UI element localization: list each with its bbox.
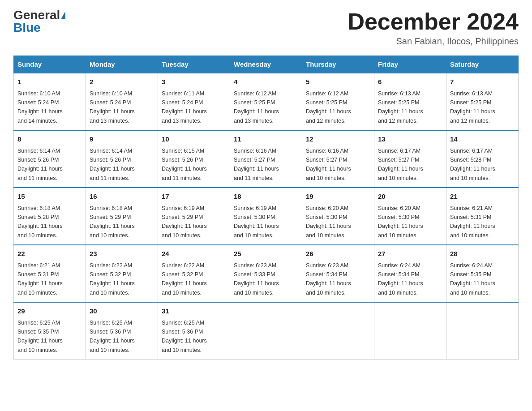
day-info: Sunrise: 6:10 AMSunset: 5:24 PMDaylight:… (17, 90, 63, 124)
day-info: Sunrise: 6:14 AMSunset: 5:26 PMDaylight:… (17, 148, 63, 181)
location-text: San Fabian, Ilocos, Philippines (348, 36, 519, 47)
calendar-cell: 3Sunrise: 6:11 AMSunset: 5:24 PMDaylight… (158, 73, 230, 130)
day-info: Sunrise: 6:20 AMSunset: 5:30 PMDaylight:… (378, 205, 423, 239)
day-number: 6 (378, 77, 442, 87)
calendar-week-row: 29Sunrise: 6:25 AMSunset: 5:35 PMDayligh… (14, 302, 519, 360)
day-info: Sunrise: 6:18 AMSunset: 5:28 PMDaylight:… (17, 205, 63, 239)
day-number: 3 (162, 77, 226, 87)
day-number: 9 (90, 134, 154, 145)
day-info: Sunrise: 6:17 AMSunset: 5:27 PMDaylight:… (378, 148, 423, 181)
day-number: 17 (162, 192, 226, 202)
day-info: Sunrise: 6:12 AMSunset: 5:25 PMDaylight:… (234, 90, 279, 124)
day-number: 22 (17, 249, 82, 259)
day-number: 30 (90, 306, 154, 317)
calendar-cell: 4Sunrise: 6:12 AMSunset: 5:25 PMDaylight… (230, 73, 302, 130)
day-info: Sunrise: 6:14 AMSunset: 5:26 PMDaylight:… (90, 148, 135, 181)
calendar-cell: 15Sunrise: 6:18 AMSunset: 5:28 PMDayligh… (14, 188, 86, 245)
calendar-cell: 11Sunrise: 6:16 AMSunset: 5:27 PMDayligh… (230, 130, 302, 188)
day-info: Sunrise: 6:13 AMSunset: 5:25 PMDaylight:… (450, 90, 495, 124)
col-header-monday: Monday (86, 56, 158, 73)
day-info: Sunrise: 6:25 AMSunset: 5:36 PMDaylight:… (90, 320, 135, 353)
calendar-cell: 30Sunrise: 6:25 AMSunset: 5:36 PMDayligh… (86, 302, 158, 360)
calendar-cell: 1Sunrise: 6:10 AMSunset: 5:24 PMDaylight… (14, 73, 86, 130)
logo-triangle-icon (61, 11, 65, 19)
day-number: 18 (234, 192, 298, 202)
logo-blue-text: Blue (13, 21, 41, 34)
day-number: 10 (162, 134, 226, 145)
logo: General Blue (13, 9, 65, 34)
calendar-cell: 20Sunrise: 6:20 AMSunset: 5:30 PMDayligh… (374, 188, 446, 245)
day-number: 8 (17, 134, 82, 145)
day-number: 19 (306, 192, 370, 202)
col-header-saturday: Saturday (446, 56, 519, 73)
day-number: 2 (90, 77, 154, 87)
calendar-cell: 10Sunrise: 6:15 AMSunset: 5:26 PMDayligh… (158, 130, 230, 188)
day-info: Sunrise: 6:20 AMSunset: 5:30 PMDaylight:… (306, 205, 351, 239)
col-header-friday: Friday (374, 56, 446, 73)
day-number: 16 (90, 192, 154, 202)
calendar-cell: 28Sunrise: 6:24 AMSunset: 5:35 PMDayligh… (446, 245, 519, 302)
day-info: Sunrise: 6:19 AMSunset: 5:29 PMDaylight:… (162, 205, 207, 239)
day-number: 11 (234, 134, 298, 145)
day-number: 1 (17, 77, 82, 87)
calendar-cell: 21Sunrise: 6:21 AMSunset: 5:31 PMDayligh… (446, 188, 519, 245)
day-number: 26 (306, 249, 370, 259)
day-number: 5 (306, 77, 370, 87)
col-header-thursday: Thursday (302, 56, 374, 73)
day-info: Sunrise: 6:24 AMSunset: 5:34 PMDaylight:… (378, 262, 423, 296)
day-info: Sunrise: 6:22 AMSunset: 5:32 PMDaylight:… (90, 262, 135, 296)
calendar-cell: 16Sunrise: 6:18 AMSunset: 5:29 PMDayligh… (86, 188, 158, 245)
calendar-cell: 31Sunrise: 6:25 AMSunset: 5:36 PMDayligh… (158, 302, 230, 360)
day-number: 28 (450, 249, 515, 259)
calendar-header-row: SundayMondayTuesdayWednesdayThursdayFrid… (14, 56, 519, 73)
day-info: Sunrise: 6:12 AMSunset: 5:25 PMDaylight:… (306, 90, 351, 124)
day-number: 14 (450, 134, 515, 145)
day-number: 27 (378, 249, 442, 259)
calendar-cell: 18Sunrise: 6:19 AMSunset: 5:30 PMDayligh… (230, 188, 302, 245)
page-header: General Blue December 2024 San Fabian, I… (13, 9, 519, 47)
calendar-cell: 29Sunrise: 6:25 AMSunset: 5:35 PMDayligh… (14, 302, 86, 360)
calendar-cell: 9Sunrise: 6:14 AMSunset: 5:26 PMDaylight… (86, 130, 158, 188)
calendar-cell: 7Sunrise: 6:13 AMSunset: 5:25 PMDaylight… (446, 73, 519, 130)
calendar-cell: 26Sunrise: 6:23 AMSunset: 5:34 PMDayligh… (302, 245, 374, 302)
day-info: Sunrise: 6:18 AMSunset: 5:29 PMDaylight:… (90, 205, 135, 239)
calendar-cell (446, 302, 519, 360)
calendar-table: SundayMondayTuesdayWednesdayThursdayFrid… (13, 56, 519, 360)
col-header-sunday: Sunday (14, 56, 86, 73)
calendar-cell: 6Sunrise: 6:13 AMSunset: 5:25 PMDaylight… (374, 73, 446, 130)
calendar-week-row: 8Sunrise: 6:14 AMSunset: 5:26 PMDaylight… (14, 130, 519, 188)
day-info: Sunrise: 6:16 AMSunset: 5:27 PMDaylight:… (306, 148, 351, 181)
calendar-cell (374, 302, 446, 360)
calendar-cell: 19Sunrise: 6:20 AMSunset: 5:30 PMDayligh… (302, 188, 374, 245)
day-number: 12 (306, 134, 370, 145)
col-header-tuesday: Tuesday (158, 56, 230, 73)
day-number: 25 (234, 249, 298, 259)
day-number: 4 (234, 77, 298, 87)
day-number: 21 (450, 192, 515, 202)
logo-general-text: General (13, 9, 60, 21)
day-number: 20 (378, 192, 442, 202)
calendar-cell: 2Sunrise: 6:10 AMSunset: 5:24 PMDaylight… (86, 73, 158, 130)
calendar-week-row: 1Sunrise: 6:10 AMSunset: 5:24 PMDaylight… (14, 73, 519, 130)
calendar-cell: 14Sunrise: 6:17 AMSunset: 5:28 PMDayligh… (446, 130, 519, 188)
day-info: Sunrise: 6:25 AMSunset: 5:35 PMDaylight:… (17, 320, 63, 353)
day-number: 24 (162, 249, 226, 259)
day-info: Sunrise: 6:11 AMSunset: 5:24 PMDaylight:… (162, 90, 207, 124)
day-info: Sunrise: 6:23 AMSunset: 5:34 PMDaylight:… (306, 262, 351, 296)
calendar-cell: 23Sunrise: 6:22 AMSunset: 5:32 PMDayligh… (86, 245, 158, 302)
calendar-cell (230, 302, 302, 360)
col-header-wednesday: Wednesday (230, 56, 302, 73)
calendar-cell (302, 302, 374, 360)
day-number: 23 (90, 249, 154, 259)
month-title: December 2024 (348, 9, 519, 34)
day-info: Sunrise: 6:10 AMSunset: 5:24 PMDaylight:… (90, 90, 135, 124)
day-info: Sunrise: 6:23 AMSunset: 5:33 PMDaylight:… (234, 262, 279, 296)
day-number: 15 (17, 192, 82, 202)
calendar-cell: 24Sunrise: 6:22 AMSunset: 5:32 PMDayligh… (158, 245, 230, 302)
calendar-cell: 22Sunrise: 6:21 AMSunset: 5:31 PMDayligh… (14, 245, 86, 302)
calendar-week-row: 15Sunrise: 6:18 AMSunset: 5:28 PMDayligh… (14, 188, 519, 245)
calendar-cell: 25Sunrise: 6:23 AMSunset: 5:33 PMDayligh… (230, 245, 302, 302)
day-info: Sunrise: 6:16 AMSunset: 5:27 PMDaylight:… (234, 148, 279, 181)
calendar-week-row: 22Sunrise: 6:21 AMSunset: 5:31 PMDayligh… (14, 245, 519, 302)
calendar-cell: 13Sunrise: 6:17 AMSunset: 5:27 PMDayligh… (374, 130, 446, 188)
